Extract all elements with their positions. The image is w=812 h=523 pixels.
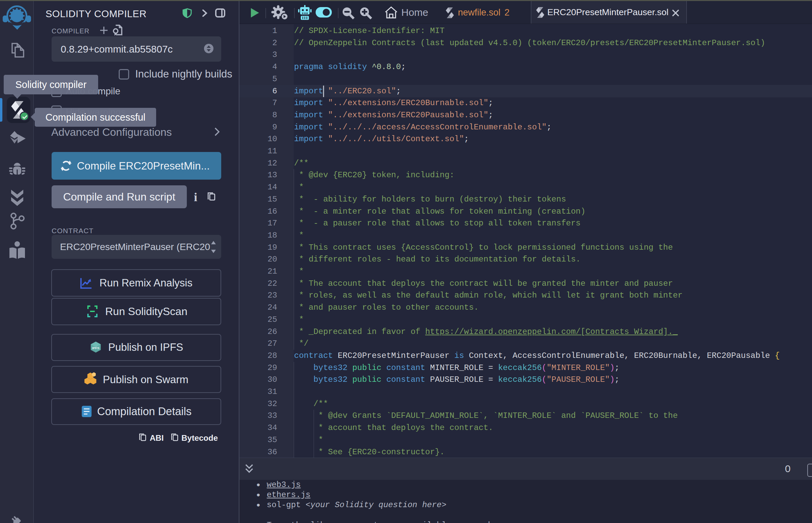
svg-text:IPFS: IPFS	[92, 346, 100, 350]
